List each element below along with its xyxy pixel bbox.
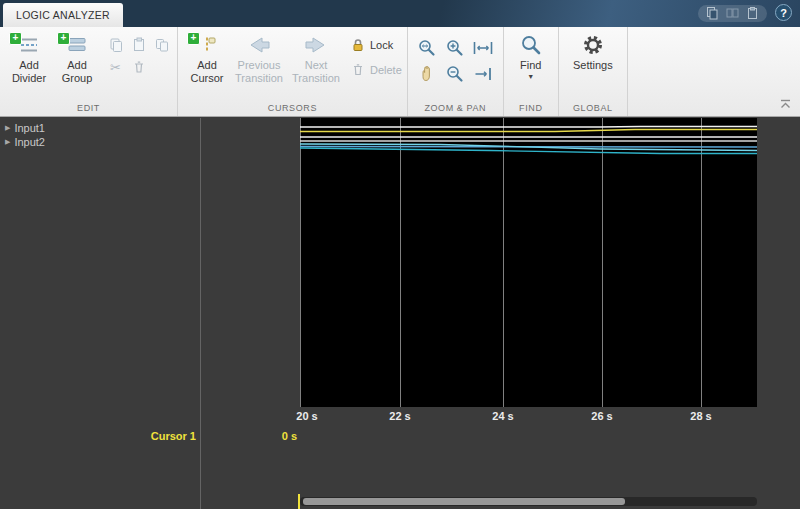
- channel-row-input1[interactable]: ▶ Input1: [0, 121, 198, 135]
- waveform-canvas[interactable]: [300, 118, 757, 407]
- add-group-button[interactable]: + Add Group: [53, 30, 101, 86]
- cursor-label: Cursor 1: [0, 430, 196, 442]
- next-transition-button[interactable]: Next Transition: [287, 30, 345, 86]
- section-edit: + Add Divider + Add Group: [0, 27, 178, 116]
- delete-cursor-label: Delete: [370, 64, 402, 76]
- tab-logic-analyzer[interactable]: LOGIC ANALYZER: [3, 3, 123, 27]
- add-cursor-label: Add Cursor: [183, 59, 231, 85]
- chevron-down-icon: ▼: [527, 73, 534, 80]
- collapse-toolstrip-button[interactable]: [780, 95, 791, 113]
- previous-transition-icon: [245, 34, 273, 56]
- time-tick-label: 26 s: [591, 410, 612, 422]
- plus-icon: +: [57, 32, 70, 45]
- add-divider-icon: +: [15, 34, 43, 56]
- copy-icon[interactable]: [706, 7, 719, 20]
- gear-icon: [579, 34, 607, 56]
- paste-icon[interactable]: [128, 35, 149, 55]
- cursor-scrollbar-marker[interactable]: [298, 494, 300, 509]
- section-label-cursors: CURSORS: [178, 102, 407, 116]
- add-cursor-icon: +: [193, 34, 221, 56]
- add-cursor-button[interactable]: + Add Cursor: [183, 30, 231, 86]
- find-button[interactable]: Find ▼: [511, 30, 551, 81]
- edit-mini-buttons: ✂: [105, 35, 172, 77]
- toolstrip-filler: [628, 27, 800, 116]
- time-tick-label: 28 s: [690, 410, 711, 422]
- section-find: Find ▼ FIND: [504, 27, 559, 116]
- cursor-value: 0 s: [204, 430, 297, 442]
- section-global: Settings GLOBAL: [559, 27, 628, 116]
- next-transition-label: Next Transition: [287, 59, 345, 85]
- add-group-label: Add Group: [53, 59, 101, 85]
- section-zoom-pan: ZOOM & PAN: [408, 27, 504, 116]
- expand-arrow-icon: ▶: [5, 138, 10, 146]
- tab-label: LOGIC ANALYZER: [16, 9, 110, 21]
- section-label-zoom-pan: ZOOM & PAN: [408, 102, 503, 116]
- channel-row-input2[interactable]: ▶ Input2: [0, 135, 198, 149]
- fit-to-view-icon[interactable]: [470, 35, 497, 60]
- zoom-in-x-icon[interactable]: [414, 35, 441, 60]
- section-cursors: + Add Cursor Previous Transition Next Tr…: [178, 27, 408, 116]
- find-label: Find: [520, 59, 541, 72]
- waveform-svg: [300, 118, 757, 407]
- lock-label: Lock: [370, 39, 393, 51]
- toolstrip: + Add Divider + Add Group: [0, 27, 800, 117]
- compare-icon[interactable]: [726, 7, 739, 20]
- zoom-out-icon[interactable]: [442, 61, 469, 86]
- name-value-divider[interactable]: [200, 118, 201, 509]
- time-tick-label: 22 s: [389, 410, 410, 422]
- toolstrip-tabbar: LOGIC ANALYZER ?: [0, 0, 800, 27]
- horizontal-scrollbar[interactable]: [300, 497, 757, 506]
- delete-icon[interactable]: [128, 57, 149, 77]
- section-label-edit: EDIT: [0, 102, 177, 116]
- zoom-in-icon[interactable]: [442, 35, 469, 60]
- pan-icon[interactable]: [414, 61, 441, 86]
- help-button[interactable]: ?: [775, 4, 792, 21]
- time-tick-label: 24 s: [492, 410, 513, 422]
- copy-icon[interactable]: [105, 35, 126, 55]
- add-group-icon: +: [63, 34, 91, 56]
- previous-transition-label: Previous Transition: [231, 59, 287, 85]
- trash-icon: [351, 62, 365, 79]
- settings-button[interactable]: Settings: [566, 30, 620, 73]
- time-tick-label: 20 s: [296, 410, 317, 422]
- section-label-global: GLOBAL: [559, 102, 627, 116]
- add-divider-button[interactable]: + Add Divider: [5, 30, 53, 86]
- channel-name: Input2: [14, 136, 45, 148]
- scrollbar-thumb[interactable]: [303, 498, 625, 505]
- previous-transition-button[interactable]: Previous Transition: [231, 30, 287, 86]
- quick-access-toolbar: [698, 5, 767, 22]
- analyzer-main-area: ▶ Input1 ▶ Input2 20 s22 s24 s26 s28 s C…: [0, 118, 800, 509]
- paste-icon[interactable]: [746, 7, 759, 20]
- logic-analyzer-window: LOGIC ANALYZER ? +: [0, 0, 800, 509]
- search-icon: [517, 34, 545, 56]
- add-divider-label: Add Divider: [5, 59, 53, 85]
- lock-icon: [351, 37, 365, 54]
- delete-cursor-button[interactable]: Delete: [351, 60, 402, 80]
- expand-arrow-icon: ▶: [5, 124, 10, 132]
- cut-icon[interactable]: ✂: [105, 57, 126, 77]
- timeline: 20 s22 s24 s26 s28 s: [300, 410, 757, 426]
- next-transition-icon: [302, 34, 330, 56]
- section-label-find: FIND: [504, 102, 558, 116]
- duplicate-icon[interactable]: [151, 35, 172, 55]
- lock-button[interactable]: Lock: [351, 35, 402, 55]
- channel-name: Input1: [14, 122, 45, 134]
- pan-to-end-icon[interactable]: [470, 61, 497, 86]
- settings-label: Settings: [573, 59, 613, 72]
- cursor-lock-delete-group: Lock Delete: [351, 35, 402, 85]
- plus-icon: +: [9, 32, 22, 45]
- zoom-pan-buttons: [414, 35, 497, 86]
- plus-icon: +: [187, 32, 200, 45]
